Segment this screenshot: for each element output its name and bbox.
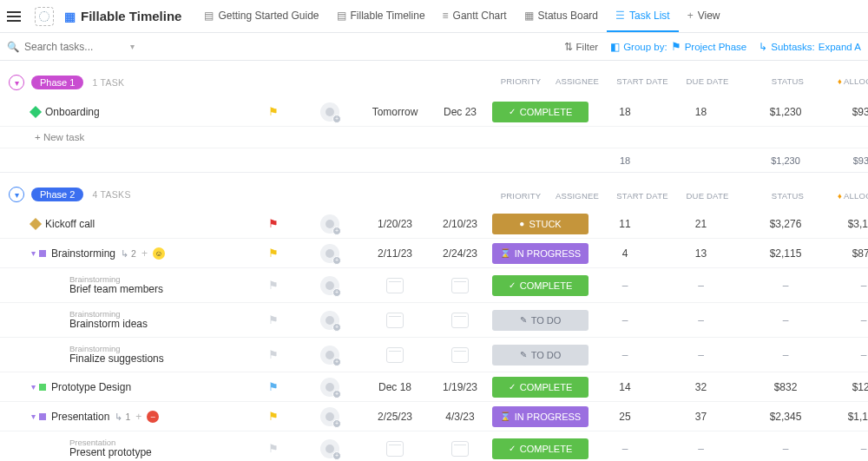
assignee-avatar[interactable]: +: [320, 102, 339, 122]
column-headers: PRIORITY ASSIGNEE START DATE DUE DATE ST…: [247, 76, 868, 86]
cell-value: $120: [829, 381, 868, 393]
cell-value: $3,276: [742, 218, 829, 230]
cell-value: –: [829, 443, 868, 455]
start-date[interactable]: 1/20/23: [360, 218, 430, 230]
phase-badge[interactable]: Phase 1: [31, 76, 83, 89]
status-badge[interactable]: ✓COMPLETE: [492, 438, 589, 459]
cell-value: $2,115: [742, 247, 829, 260]
tab-task-list[interactable]: ☰Task List: [607, 0, 679, 32]
priority-flag-icon[interactable]: ⚑: [268, 442, 279, 455]
assignee-avatar[interactable]: +: [320, 439, 339, 458]
calendar-empty-icon[interactable]: [451, 441, 469, 457]
due-date[interactable]: 1/19/23: [430, 381, 490, 393]
assignee-avatar[interactable]: +: [320, 378, 339, 397]
task-name[interactable]: Presentation: [51, 411, 109, 423]
task-name[interactable]: Present prototype: [69, 446, 152, 458]
calendar-empty-icon[interactable]: [451, 278, 469, 293]
priority-flag-icon[interactable]: ⚑: [268, 247, 279, 260]
assignee-avatar[interactable]: +: [320, 346, 339, 365]
tab-getting-started-guide[interactable]: ▤Getting Started Guide: [195, 0, 327, 32]
start-date[interactable]: Tomorrow: [360, 106, 430, 118]
due-date[interactable]: 4/3/23: [430, 411, 490, 423]
task-name[interactable]: Kickoff call: [45, 218, 95, 230]
tab-fillable-timeline[interactable]: ▤Fillable Timeline: [328, 0, 434, 32]
doc-icon[interactable]: [35, 7, 54, 26]
task-name[interactable]: Prototype Design: [51, 381, 131, 393]
status-badge[interactable]: ✓COMPLETE: [492, 275, 589, 296]
status-badge[interactable]: ✓COMPLETE: [492, 102, 589, 122]
task-count: 4 TASKS: [92, 189, 130, 200]
calendar-empty-icon[interactable]: [386, 313, 404, 328]
calendar-empty-icon[interactable]: [386, 441, 404, 457]
status-badge[interactable]: ⌛IN PROGRESS: [492, 406, 589, 427]
assignee-avatar[interactable]: +: [320, 311, 339, 330]
group-by-button[interactable]: ◧ Group by: ⚑ Project Phase: [610, 40, 746, 53]
calendar-empty-icon[interactable]: [386, 278, 404, 293]
start-date[interactable]: 2/25/23: [360, 411, 430, 423]
cell-value: 21: [660, 218, 742, 230]
new-task-button[interactable]: + New task: [0, 127, 868, 148]
calendar-empty-icon[interactable]: [451, 313, 469, 328]
priority-flag-icon[interactable]: ⚑: [268, 217, 279, 230]
cell-value: –: [742, 280, 829, 292]
tab-icon: ▤: [337, 10, 346, 22]
priority-flag-icon[interactable]: ⚑: [268, 380, 279, 393]
task-name[interactable]: Onboarding: [45, 106, 100, 118]
due-date[interactable]: Dec 23: [430, 106, 490, 118]
due-date[interactable]: 2/10/23: [430, 218, 490, 230]
status-text: TO DO: [531, 350, 562, 360]
task-name[interactable]: Brainstorming: [51, 247, 115, 260]
priority-flag-icon[interactable]: ⚑: [268, 279, 279, 292]
calendar-empty-icon[interactable]: [386, 347, 404, 363]
expand-icon[interactable]: ▾: [31, 412, 36, 421]
collapse-icon[interactable]: ▾: [9, 187, 24, 202]
expand-icon[interactable]: ▾: [31, 382, 36, 392]
status-badge[interactable]: ✎TO DO: [492, 310, 589, 331]
priority-flag-icon[interactable]: ⚑: [268, 410, 279, 423]
assignee-avatar[interactable]: +: [320, 276, 339, 295]
task-name[interactable]: Brief team members: [69, 283, 163, 295]
status-badge[interactable]: ✓COMPLETE: [492, 377, 589, 398]
assignee-avatar[interactable]: +: [320, 244, 339, 263]
add-subtask-icon[interactable]: +: [135, 411, 141, 423]
status-badge[interactable]: ✎TO DO: [492, 345, 589, 366]
assignee-avatar[interactable]: +: [320, 407, 339, 426]
expand-icon[interactable]: ▾: [31, 248, 36, 258]
task-row: ▾Brainstorming↳2+☺⚑+2/11/232/24/23⌛IN PR…: [0, 239, 868, 268]
tab-status-board[interactable]: ▦Status Board: [516, 0, 607, 32]
task-name[interactable]: Finalize suggestions: [69, 352, 164, 365]
subtask-indicator[interactable]: ↳1: [115, 412, 130, 422]
tab-view[interactable]: +View: [679, 0, 729, 32]
cell-value: –: [742, 443, 829, 455]
due-date[interactable]: 2/24/23: [430, 247, 490, 260]
chevron-down-icon[interactable]: ▾: [130, 42, 135, 51]
task-name[interactable]: Brainstorm ideas: [69, 318, 148, 330]
cell-value: 18: [660, 106, 742, 118]
status-text: STUCK: [529, 219, 561, 229]
cell-value: –: [590, 349, 660, 361]
start-date[interactable]: 2/11/23: [360, 247, 430, 260]
phase1-totals: 18 $1,230 $934: [0, 148, 868, 173]
calendar-empty-icon[interactable]: [451, 347, 469, 363]
parent-name: Brainstorming: [69, 275, 121, 284]
priority-flag-icon[interactable]: ⚑: [268, 313, 279, 326]
status-icon: ⌛: [500, 248, 510, 258]
search-input[interactable]: [24, 41, 120, 53]
tab-gantt-chart[interactable]: ≡Gantt Chart: [434, 0, 516, 32]
filter-button[interactable]: ⇅Filter: [564, 41, 599, 53]
task-row: ▾Presentation↳1+–⚑+2/25/234/3/23⌛IN PROG…: [0, 402, 868, 431]
status-face-icon: ☺: [153, 247, 165, 260]
subtask-indicator[interactable]: ↳2: [121, 248, 136, 259]
phase-badge[interactable]: Phase 2: [31, 188, 83, 201]
assignee-avatar[interactable]: +: [320, 214, 339, 234]
square-icon: [39, 384, 46, 391]
collapse-icon[interactable]: ▾: [9, 75, 24, 90]
menu-icon[interactable]: [7, 6, 28, 27]
priority-flag-icon[interactable]: ⚑: [268, 105, 279, 118]
start-date[interactable]: Dec 18: [360, 381, 430, 393]
add-subtask-icon[interactable]: +: [141, 247, 148, 260]
subtasks-button[interactable]: ↳ Subtasks: Expand A: [759, 41, 861, 53]
priority-flag-icon[interactable]: ⚑: [268, 348, 279, 361]
status-badge[interactable]: ●STUCK: [492, 214, 589, 234]
status-badge[interactable]: ⌛IN PROGRESS: [492, 243, 589, 264]
